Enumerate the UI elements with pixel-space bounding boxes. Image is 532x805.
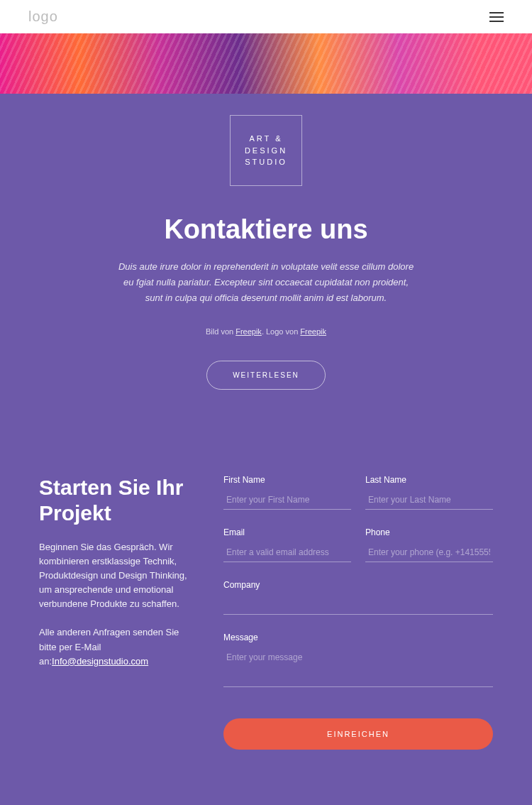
message-label: Message <box>223 632 493 642</box>
page-title: Kontaktiere uns <box>28 214 504 245</box>
studio-badge: ART & DESIGN STUDIO <box>230 115 302 186</box>
read-more-button[interactable]: WEITERLESEN <box>206 361 326 390</box>
contact-email-link[interactable]: Info@designstudio.com <box>52 656 148 667</box>
phone-input[interactable] <box>365 543 493 562</box>
message-textarea[interactable] <box>223 648 493 687</box>
section-heading: Starten Sie Ihr Projekt <box>39 475 195 526</box>
last-name-input[interactable] <box>365 491 493 510</box>
hamburger-menu-icon[interactable] <box>489 12 504 22</box>
credit-link-image[interactable]: Freepik <box>235 327 262 336</box>
credit-link-logo[interactable]: Freepik <box>300 327 326 336</box>
section-paragraph: Beginnen Sie das Gespräch. Wir kombinier… <box>39 540 195 612</box>
phone-label: Phone <box>365 527 493 537</box>
company-label: Company <box>223 580 493 590</box>
first-name-input[interactable] <box>223 491 351 510</box>
intro-description: Duis aute irure dolor in reprehenderit i… <box>113 259 419 306</box>
image-credit: Bild von Freepik. Logo von Freepik <box>28 327 504 336</box>
logo[interactable]: logo <box>28 9 58 25</box>
submit-button[interactable]: EINREICHEN <box>223 718 493 750</box>
badge-line: ART & <box>245 133 287 145</box>
email-label: Email <box>223 527 351 537</box>
company-input[interactable] <box>223 596 493 615</box>
last-name-label: Last Name <box>365 475 493 485</box>
hero-stripe-image <box>0 33 532 94</box>
badge-line: DESIGN <box>245 145 287 157</box>
first-name-label: First Name <box>223 475 351 485</box>
email-input[interactable] <box>223 543 351 562</box>
section-paragraph: Alle anderen Anfragen senden Sie bitte p… <box>39 625 195 668</box>
badge-line: STUDIO <box>245 156 287 168</box>
